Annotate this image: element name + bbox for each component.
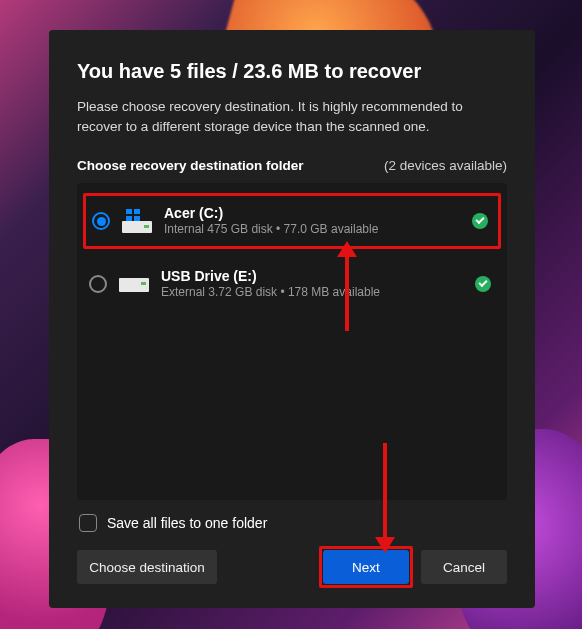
dialog-subtitle: Please choose recovery destination. It i… xyxy=(77,97,507,136)
device-list: Acer (C:) Internal 475 GB disk • 77.0 GB… xyxy=(77,183,507,500)
drive-subtitle: External 3.72 GB disk • 178 MB available xyxy=(161,285,463,301)
drive-subtitle: Internal 475 GB disk • 77.0 GB available xyxy=(164,222,460,238)
drive-name: Acer (C:) xyxy=(164,204,460,222)
save-all-label: Save all files to one folder xyxy=(107,515,267,531)
next-button[interactable]: Next xyxy=(323,550,409,584)
drive-name: USB Drive (E:) xyxy=(161,267,463,285)
section-header: Choose recovery destination folder (2 de… xyxy=(77,158,507,173)
cancel-button[interactable]: Cancel xyxy=(421,550,507,584)
usb-drive-icon xyxy=(119,272,149,296)
save-all-checkbox[interactable] xyxy=(79,514,97,532)
dialog-title: You have 5 files / 23.6 MB to recover xyxy=(77,60,507,83)
device-row-usb-e[interactable]: USB Drive (E:) External 3.72 GB disk • 1… xyxy=(77,257,507,311)
dialog-button-row: Choose destination Next Cancel xyxy=(77,550,507,584)
drive-info: USB Drive (E:) External 3.72 GB disk • 1… xyxy=(161,267,463,301)
status-ok-icon xyxy=(472,213,488,229)
device-row-acer-c[interactable]: Acer (C:) Internal 475 GB disk • 77.0 GB… xyxy=(83,193,501,249)
devices-available-count: (2 devices available) xyxy=(384,158,507,173)
radio-unselected-icon[interactable] xyxy=(89,275,107,293)
save-all-row: Save all files to one folder xyxy=(79,514,507,532)
status-ok-icon xyxy=(475,276,491,292)
windows-drive-icon xyxy=(122,209,152,233)
choose-destination-button[interactable]: Choose destination xyxy=(77,550,217,584)
drive-info: Acer (C:) Internal 475 GB disk • 77.0 GB… xyxy=(164,204,460,238)
section-label: Choose recovery destination folder xyxy=(77,158,304,173)
radio-selected-icon[interactable] xyxy=(92,212,110,230)
next-button-highlight: Next xyxy=(323,550,409,584)
recovery-destination-dialog: You have 5 files / 23.6 MB to recover Pl… xyxy=(49,30,535,608)
